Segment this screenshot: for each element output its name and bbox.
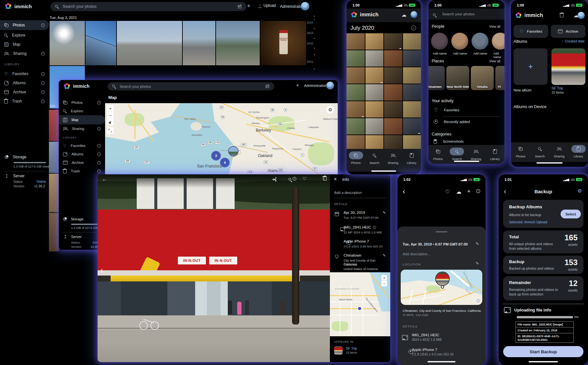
sidebar-item-sharing[interactable]: Sharing <box>0 49 49 58</box>
photo-thumbnail[interactable] <box>49 110 59 141</box>
info-icon[interactable] <box>41 72 45 76</box>
photo-thumbnail[interactable] <box>49 142 59 173</box>
archive-button[interactable]: Archive <box>551 25 585 38</box>
nav-tab-library[interactable]: Library <box>487 148 503 161</box>
appears-in-album[interactable]: SF Trip 15 items <box>334 346 357 355</box>
info-icon[interactable] <box>97 161 101 165</box>
add-name-label[interactable]: Add name <box>473 52 487 55</box>
photo-thumbnail[interactable] <box>347 118 365 135</box>
photo-thumbnail[interactable]: S&B WHITE PEPPER <box>260 21 306 65</box>
add-description-field[interactable]: Add description... <box>403 252 430 256</box>
info-icon[interactable] <box>97 169 101 173</box>
photo-thumbnail[interactable] <box>403 50 421 67</box>
photo-thumbnail[interactable] <box>365 84 384 101</box>
info-icon[interactable] <box>41 90 45 94</box>
map-fullscreen-button[interactable] <box>107 127 114 134</box>
add-icon[interactable] <box>467 188 471 195</box>
sidebar-item-albums[interactable]: Albums <box>0 78 49 87</box>
close-info-icon[interactable] <box>334 176 337 182</box>
photo-thumbnail[interactable] <box>50 21 85 65</box>
activity-recent-row[interactable]: Recently added <box>434 119 470 124</box>
album-name[interactable]: SF Trip <box>551 86 563 90</box>
sidebar-item-explore[interactable]: Explore <box>0 31 49 40</box>
favorite-icon[interactable] <box>445 189 450 195</box>
nav-tab-photos[interactable]: Photos <box>512 145 529 158</box>
person-avatar[interactable] <box>472 33 488 50</box>
category-screenshots-row[interactable]: Screenshots <box>434 139 464 144</box>
add-name-label[interactable]: Add name <box>493 52 504 59</box>
info-icon[interactable] <box>41 24 45 27</box>
photo-thumbnail[interactable] <box>117 21 182 65</box>
map-zoom-out-button[interactable]: − <box>381 281 387 286</box>
photo-thumbnail[interactable] <box>365 33 384 50</box>
upload-button[interactable]: Upload <box>258 3 276 8</box>
timeline-scrubber[interactable]: 2024202320222021 <box>303 14 318 76</box>
photo-thumbnail[interactable] <box>365 101 384 118</box>
photo-thumbnail[interactable] <box>384 33 402 50</box>
photo-area[interactable] <box>397 197 486 227</box>
search-input[interactable]: Search your photos <box>51 2 246 11</box>
map-photo-marker[interactable] <box>228 146 239 156</box>
nav-tab-search[interactable]: Search <box>448 148 465 161</box>
new-album-tile[interactable] <box>514 48 548 85</box>
nav-tab-library[interactable]: Library <box>570 145 587 158</box>
places-view-all[interactable]: View all <box>489 59 500 63</box>
info-icon[interactable] <box>97 127 101 131</box>
photo-thumbnail[interactable] <box>384 118 402 135</box>
photo-thumbnail[interactable] <box>403 67 421 84</box>
backup-cloud-icon[interactable] <box>401 12 407 18</box>
info-icon[interactable] <box>97 101 101 104</box>
sheet-drag-handle[interactable] <box>436 231 447 232</box>
photo-thumbnail[interactable] <box>347 50 365 67</box>
info-icon[interactable] <box>41 81 45 85</box>
place-tile[interactable]: Near North Side <box>446 66 469 90</box>
home-indicator[interactable] <box>454 161 479 162</box>
start-backup-button[interactable]: Start Backup <box>503 346 583 357</box>
photo-viewer[interactable]: IN-N-OUT IN-N-OUT 333 <box>98 174 330 362</box>
info-icon[interactable] <box>373 226 376 229</box>
place-tile[interactable]: Pi <box>495 66 504 90</box>
trash-icon[interactable] <box>560 14 564 17</box>
edit-date-icon[interactable] <box>383 211 386 215</box>
home-indicator[interactable] <box>371 170 396 172</box>
select-month-icon[interactable] <box>411 25 416 30</box>
photo-thumbnail[interactable] <box>365 118 384 135</box>
people-view-all[interactable]: View all <box>489 25 500 28</box>
add-name-label[interactable]: Add name <box>453 52 467 55</box>
info-icon[interactable] <box>97 152 101 156</box>
nav-tab-photos[interactable]: Photos <box>348 151 364 165</box>
location-map[interactable]: FISHERMAN'S WHARF Beach Street The Embar… <box>330 272 390 336</box>
photo-thumbnail[interactable] <box>384 67 402 84</box>
user-avatar[interactable] <box>301 2 309 10</box>
nav-tab-library[interactable]: Library <box>403 151 420 165</box>
photo-thumbnail[interactable] <box>384 84 402 101</box>
photo-thumbnail[interactable] <box>49 174 59 212</box>
nav-tab-sharing[interactable]: Sharing <box>551 145 568 158</box>
theme-toggle-icon[interactable] <box>296 83 300 88</box>
photo-thumbnail[interactable] <box>403 118 421 135</box>
photo-thumbnail[interactable] <box>403 33 421 50</box>
more-options-icon[interactable] <box>322 176 326 181</box>
location-map[interactable]: San Francisco Ferry The Em <box>401 270 482 305</box>
edit-location-icon[interactable] <box>383 253 386 258</box>
photo-thumbnail[interactable] <box>216 21 260 65</box>
map-photo-pin[interactable] <box>435 272 450 286</box>
photo-thumbnail[interactable] <box>85 21 116 65</box>
map-zoom-in-button[interactable] <box>107 105 114 112</box>
nav-tab-search[interactable]: Search <box>532 145 549 158</box>
map-compass-button[interactable] <box>107 119 114 125</box>
photo-thumbnail[interactable] <box>403 84 421 101</box>
add-description-field[interactable]: Add a description <box>334 191 362 195</box>
edit-location-icon[interactable] <box>476 261 479 266</box>
theme-toggle-icon[interactable] <box>247 3 251 8</box>
sidebar-item-photos[interactable]: Photos <box>59 98 105 107</box>
info-icon[interactable] <box>97 144 101 148</box>
photo-thumbnail[interactable] <box>347 33 365 50</box>
sidebar-item-archive[interactable]: Archive <box>59 158 105 167</box>
nav-tab-photos[interactable]: Photos <box>429 148 446 161</box>
photo-thumbnail[interactable] <box>365 67 384 84</box>
sidebar-item-photos[interactable]: Photos <box>0 20 49 30</box>
sort-created-date[interactable]: ↑ Created date <box>562 39 585 43</box>
filter-icon[interactable] <box>238 5 242 8</box>
info-icon[interactable] <box>41 100 45 103</box>
